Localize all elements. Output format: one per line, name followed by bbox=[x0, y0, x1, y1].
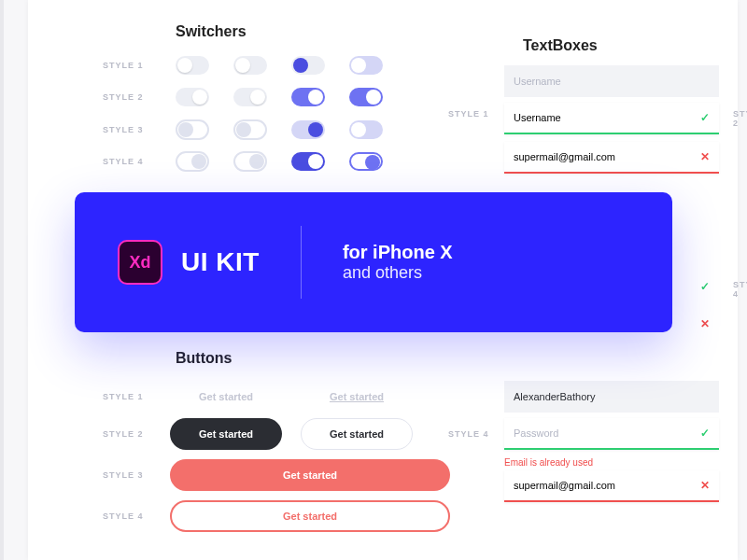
section-title-buttons: Buttons bbox=[176, 350, 232, 367]
button-coral[interactable]: Get started bbox=[170, 459, 450, 491]
input-value: supermail@gmail.com bbox=[514, 151, 700, 162]
toggle[interactable] bbox=[176, 56, 209, 75]
section-title-switchers: Switchers bbox=[176, 23, 247, 40]
ruler-line bbox=[0, 0, 4, 560]
toggle[interactable] bbox=[176, 151, 209, 172]
cross-icon: ✕ bbox=[700, 150, 710, 163]
banner-subtitle: for iPhone X and others bbox=[343, 242, 453, 283]
style-label: STYLE 1 bbox=[103, 392, 151, 401]
toggle[interactable] bbox=[233, 88, 267, 106]
divider bbox=[301, 226, 302, 299]
textbox-email-invalid[interactable]: supermail@gmail.com ✕ bbox=[504, 142, 719, 174]
style-label: STYLE 1 bbox=[103, 61, 151, 70]
toggle[interactable] bbox=[176, 88, 209, 106]
promo-banner: Xd UI KIT for iPhone X and others bbox=[75, 192, 672, 332]
style-label: STYLE 1 bbox=[448, 109, 489, 119]
button-row-2: STYLE 2 Get started Get started bbox=[103, 418, 413, 450]
input-value: supermail@gmail.com bbox=[514, 480, 700, 491]
xd-icon: Xd bbox=[118, 240, 162, 285]
toggle[interactable] bbox=[233, 151, 267, 172]
style-label: STYLE 4 bbox=[448, 429, 489, 439]
style-label: STYLE 3 bbox=[103, 125, 151, 134]
toggle[interactable] bbox=[233, 56, 267, 75]
error-message: Email is already used bbox=[504, 457, 593, 468]
button-row-1: STYLE 1 Get started Get started bbox=[103, 381, 413, 413]
toggle[interactable] bbox=[291, 88, 325, 106]
textbox-user-filled[interactable]: AlexanderBathory bbox=[504, 381, 719, 413]
textbox-username-valid[interactable]: Username ✓ bbox=[504, 103, 719, 134]
style-label: STYLE 4 bbox=[103, 157, 151, 166]
switch-row-3: STYLE 3 bbox=[103, 119, 383, 140]
toggle[interactable] bbox=[291, 152, 325, 171]
textbox-username-placeholder[interactable]: Username bbox=[504, 65, 719, 97]
button-coral-outline[interactable]: Get started bbox=[170, 500, 450, 532]
style-label: STYLE 2 bbox=[103, 429, 151, 439]
button-light[interactable]: Get started bbox=[301, 418, 413, 450]
input-placeholder: Password bbox=[514, 427, 700, 439]
banner-title: UI KIT bbox=[181, 247, 260, 277]
toggle[interactable] bbox=[233, 119, 267, 140]
check-icon: ✓ bbox=[700, 111, 710, 124]
cross-icon: ✕ bbox=[700, 479, 710, 492]
input-value: AlexanderBathory bbox=[514, 391, 710, 402]
switch-row-2: STYLE 2 bbox=[103, 88, 383, 106]
check-icon: ✓ bbox=[700, 280, 710, 293]
style-label: STYLE 2 bbox=[733, 109, 747, 128]
style-label: STYLE 4 bbox=[103, 511, 151, 521]
input-value: Username bbox=[514, 112, 700, 123]
toggle[interactable] bbox=[349, 120, 383, 139]
style-label: STYLE 3 bbox=[103, 470, 151, 480]
textbox-email-error[interactable]: supermail@gmail.com ✕ bbox=[504, 470, 719, 502]
switch-row-4: STYLE 4 bbox=[103, 151, 383, 172]
button-row-4: STYLE 4 Get started bbox=[103, 500, 450, 532]
toggle[interactable] bbox=[291, 120, 325, 139]
style-label: STYLE 2 bbox=[103, 92, 151, 102]
input-placeholder: Username bbox=[514, 76, 710, 87]
button-row-3: STYLE 3 Get started bbox=[103, 459, 450, 491]
textbox-password-valid[interactable]: Password ✓ bbox=[504, 418, 719, 450]
button-ghost[interactable]: Get started bbox=[170, 381, 282, 413]
toggle[interactable] bbox=[349, 56, 383, 75]
banner-line2: and others bbox=[343, 263, 453, 283]
button-dark[interactable]: Get started bbox=[170, 418, 282, 450]
section-title-textboxes: TextBoxes bbox=[523, 37, 598, 54]
check-icon: ✓ bbox=[700, 427, 710, 440]
toggle[interactable] bbox=[349, 152, 383, 171]
style-label: STYLE 4 bbox=[733, 280, 747, 299]
toggle[interactable] bbox=[349, 88, 383, 106]
switch-row-1: STYLE 1 bbox=[103, 56, 383, 75]
button-ghost-underline[interactable]: Get started bbox=[301, 381, 413, 413]
toggle[interactable] bbox=[291, 56, 325, 75]
cross-icon: ✕ bbox=[700, 317, 710, 330]
toggle[interactable] bbox=[176, 119, 209, 140]
banner-line1: for iPhone X bbox=[343, 242, 453, 263]
